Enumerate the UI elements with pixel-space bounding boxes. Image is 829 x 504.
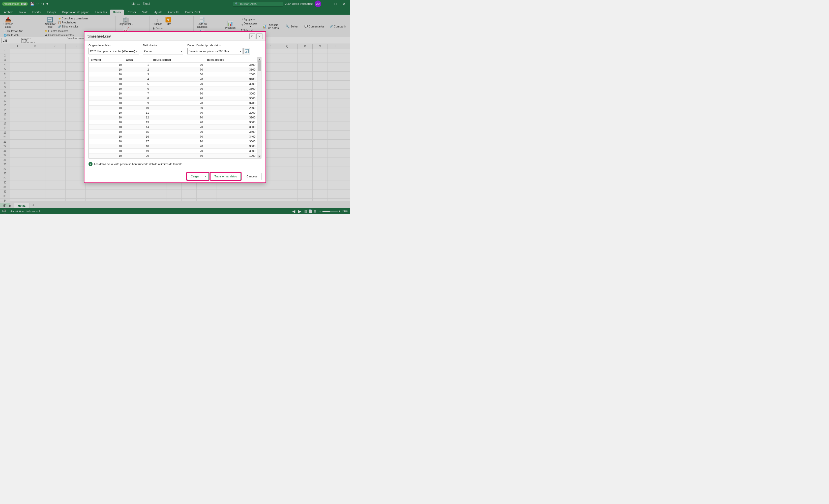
deteccion-select[interactable]: Basado en las primeras 200 filas ▾: [187, 48, 243, 54]
scrollbar-thumb[interactable]: [258, 61, 261, 71]
transformar-datos-button[interactable]: Transformar datos: [211, 173, 241, 180]
origen-label: Origen de archivo: [88, 44, 139, 47]
table-row: 1014703300: [89, 125, 258, 129]
csv-import-dialog: timesheet.csv □ ✕ Origen de archivo 1252…: [84, 32, 266, 183]
table-header-row: driverId week hours-logged miles-logged: [89, 57, 258, 63]
dialog-dropdowns: Origen de archivo 1252: Europeo occident…: [88, 44, 261, 54]
transform-button-wrap: Transformar datos: [211, 173, 241, 180]
load-button-group: Cargar ▾: [187, 173, 209, 180]
col-miles-logged: miles-logged: [205, 57, 257, 63]
scrollbar-track[interactable]: [258, 61, 261, 155]
table-row: 1011702900: [89, 110, 258, 115]
delimitador-label: Delimitador: [143, 44, 183, 47]
table-row: 1012703100: [89, 115, 258, 120]
load-button-outline: Cargar ▾: [187, 173, 209, 180]
table-row: 1016703400: [89, 134, 258, 139]
col-hours-logged: hours-logged: [151, 57, 205, 63]
scroll-up-arrow[interactable]: ▲: [258, 57, 261, 61]
deteccion-group: Detección del tipo de datos Basado en la…: [187, 44, 250, 54]
origen-select[interactable]: 1252: Europeo occidental (Windows) ▾: [88, 48, 139, 54]
delimitador-dropdown-arrow: ▾: [181, 50, 182, 53]
table-row: 104703100: [89, 77, 258, 82]
table-row: 1020301200: [89, 153, 258, 158]
table-row: 1015703300: [89, 129, 258, 134]
table-row: 102703300: [89, 67, 258, 72]
dialog-title-bar: timesheet.csv □ ✕: [84, 32, 265, 41]
delimitador-select[interactable]: Coma ▾: [143, 48, 183, 54]
preview-table: driverId week hours-logged miles-logged …: [89, 57, 258, 158]
table-row: 1013703300: [89, 120, 258, 125]
deteccion-label: Detección del tipo de datos: [187, 44, 250, 47]
dialog-footer: Cargar ▾ Transformar datos Cancelar: [84, 170, 265, 183]
dialog-body: Origen de archivo 1252: Europeo occident…: [84, 41, 265, 170]
table-row: 1019703300: [89, 149, 258, 153]
info-text: Los datos de la vista previa se han trun…: [94, 162, 183, 165]
table-row: 107703000: [89, 91, 258, 96]
dialog-window-controls: □ ✕: [249, 33, 262, 39]
cancelar-button[interactable]: Cancelar: [243, 173, 261, 180]
dialog-overlay: timesheet.csv □ ✕ Origen de archivo 1252…: [0, 0, 350, 214]
table-row: 108703300: [89, 96, 258, 101]
table-row: 1018703300: [89, 144, 258, 149]
dialog-close-button[interactable]: ✕: [256, 33, 262, 39]
dialog-restore-button[interactable]: □: [249, 33, 255, 39]
table-row: 105703200: [89, 82, 258, 86]
table-row: 109703200: [89, 101, 258, 106]
info-bar: i Los datos de la vista previa se han tr…: [88, 161, 261, 167]
col-week: week: [124, 57, 151, 63]
preview-table-container: driverId week hours-logged miles-logged …: [88, 57, 261, 158]
preview-table-scroll[interactable]: driverId week hours-logged miles-logged …: [89, 57, 258, 158]
preview-scrollbar[interactable]: ▲ ▼: [258, 57, 261, 158]
origen-group: Origen de archivo 1252: Europeo occident…: [88, 44, 139, 54]
cargar-dropdown-button[interactable]: ▾: [203, 173, 209, 180]
deteccion-select-wrap: Basado en las primeras 200 filas ▾ 🔄: [187, 48, 250, 54]
cargar-button[interactable]: Cargar: [187, 173, 203, 180]
table-row: 103602800: [89, 72, 258, 77]
dialog-title: timesheet.csv: [87, 34, 111, 38]
table-row: 106703300: [89, 86, 258, 91]
preview-tbody: 1017033001027033001036028001047031001057…: [89, 63, 258, 158]
origen-dropdown-arrow: ▾: [136, 50, 138, 53]
info-icon: i: [88, 162, 93, 166]
deteccion-dropdown-arrow: ▾: [240, 50, 242, 53]
table-row: 101703300: [89, 63, 258, 67]
delimitador-group: Delimitador Coma ▾: [143, 44, 183, 54]
table-row: 1017703300: [89, 139, 258, 144]
col-driverid: driverId: [89, 57, 124, 63]
table-row: 1010502500: [89, 106, 258, 110]
refresh-detect-button[interactable]: 🔄: [243, 48, 250, 54]
scroll-down-arrow[interactable]: ▼: [258, 155, 261, 158]
